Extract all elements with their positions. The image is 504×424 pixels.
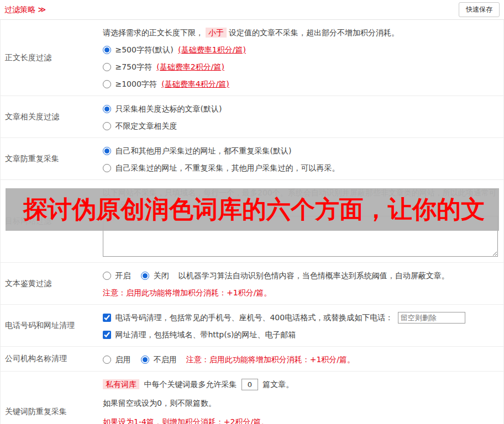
url-cleanup-checkbox[interactable] <box>103 331 111 339</box>
row-label-keyword-dedup: 关键词防重复采集 <box>1 372 98 424</box>
max-articles-input[interactable] <box>242 379 258 390</box>
keyword-limit-pre: 中每个关键词最多允许采集 <box>144 380 237 389</box>
length-intro-post: 设定值的文章不采集，超出部分不增加积分消耗。 <box>229 28 399 37</box>
company-option-radio-on[interactable] <box>103 356 111 364</box>
company-option-label: 不启用 <box>154 355 177 364</box>
porn-option-row: 开启 关闭 以机器学习算法自动识别色情内容，当色情概率达到系统阈值，自动屏蔽文章… <box>103 269 498 282</box>
porn-filter-content: 开启 关闭 以机器学习算法自动识别色情内容，当色情概率达到系统阈值，自动屏蔽文章… <box>98 263 503 304</box>
relevance-option-row: 只采集相关度达标的文章(默认) <box>103 103 498 115</box>
company-cleanup-content: 启用 不启用 注意：启用此功能将增加积分消耗：+1积分/篇。 <box>98 347 503 371</box>
relevance-filter-content: 只采集相关度达标的文章(默认) 不限定文章相关度 <box>98 96 503 137</box>
length-option-label: ≥500字符(默认) <box>115 45 173 54</box>
length-option-radio-500[interactable] <box>103 46 111 54</box>
length-option-label: ≥1000字符 <box>115 80 156 88</box>
row-label-relevance-filter: 文章相关度过滤 <box>1 96 98 137</box>
row-porn-filter: 文本鉴黄过滤 开启 关闭 以机器学习算法自动识别色情内容，当色情概率达到系统阈值… <box>1 263 503 305</box>
company-option-row: 启用 不启用 注意：启用此功能将增加积分消耗：+1积分/篇。 <box>103 353 498 365</box>
row-length-filter: 正文长度过滤 请选择需求的正文长度下限，小于设定值的文章不采集，超出部分不增加积… <box>1 20 503 96</box>
company-option-radio-off[interactable] <box>141 356 149 364</box>
length-option-label: ≥750字符 <box>115 62 151 71</box>
relevance-option-radio-strict[interactable] <box>103 105 111 113</box>
row-label-company-cleanup: 公司机构名称清理 <box>1 347 98 371</box>
private-thesaurus-highlight: 私有词库 <box>103 379 139 389</box>
company-cleanup-note: 注意：启用此功能将增加积分消耗：+1积分/篇。 <box>186 355 355 364</box>
url-cleanup-row: 网址清理，包括纯域名、带http(s)的网址、电子邮箱 <box>103 328 498 341</box>
relevance-option-row: 不限定文章相关度 <box>103 120 498 132</box>
length-option-rate-note: (基础费率2积分/篇) <box>156 62 224 71</box>
url-cleanup-label: 网址清理，包括纯域名、带http(s)的网址、电子邮箱 <box>115 330 296 339</box>
length-option-radio-1000[interactable] <box>103 80 111 88</box>
dedup-option-row: 自己采集过的网址，不重复采集，其他用户采集过的，可以再采。 <box>103 162 498 174</box>
toolbar: 过滤策略 ≫ 快速保存 <box>0 0 504 20</box>
company-option-label: 启用 <box>115 355 130 364</box>
phone-url-content: 电话号码清理，包括常见的手机号、座机号、400电话格式，或替换成如下电话： 网址… <box>98 305 503 346</box>
relevance-option-label: 只采集相关度达标的文章(默认) <box>115 104 222 113</box>
porn-filter-note: 注意：启用此功能将增加积分消耗：+1积分/篇。 <box>103 287 498 299</box>
row-label-dedup-filter: 文章防重复采集 <box>1 138 98 179</box>
dedup-option-label: 自己和其他用户采集过的网址，都不重复采集(默认) <box>115 146 291 155</box>
dedup-option-radio-global[interactable] <box>103 147 111 155</box>
phone-cleanup-checkbox[interactable] <box>103 314 111 322</box>
replacement-phone-input[interactable] <box>398 312 465 324</box>
porn-option-radio-on[interactable] <box>103 272 111 280</box>
filter-strategy-title[interactable]: 过滤策略 ≫ <box>4 5 46 15</box>
length-filter-intro: 请选择需求的正文长度下限，小于设定值的文章不采集，超出部分不增加积分消耗。 <box>103 26 498 39</box>
watermark-overlay: 探讨伪原创润色词库的六个方面，让你的文 <box>6 188 499 231</box>
row-label-phone-url-cleanup: 电话号码和网址清理 <box>1 305 98 346</box>
less-than-highlight: 小于 <box>206 28 227 38</box>
length-option-rate-note: (基础费率4积分/篇) <box>161 80 229 88</box>
porn-option-label: 关闭 <box>154 271 169 280</box>
keyword-limit-post: 篇文章。 <box>262 380 293 389</box>
length-filter-content: 请选择需求的正文长度下限，小于设定值的文章不采集，超出部分不增加积分消耗。 ≥5… <box>98 20 503 96</box>
relevance-option-radio-any[interactable] <box>103 122 111 130</box>
dedup-option-label: 自己采集过的网址，不重复采集，其他用户采集过的，可以再采。 <box>115 163 339 172</box>
length-option-row: ≥750字符 (基础费率2积分/篇) <box>103 61 498 73</box>
length-option-row: ≥500字符(默认) (基础费率1积分/篇) <box>103 44 498 56</box>
quick-save-button[interactable]: 快速保存 <box>459 2 500 17</box>
row-phone-url-cleanup: 电话号码和网址清理 电话号码清理，包括常见的手机号、座机号、400电话格式，或替… <box>1 305 503 347</box>
porn-filter-description: 以机器学习算法自动识别色情内容，当色情概率达到系统阈值，自动屏蔽文章。 <box>179 271 449 280</box>
relevance-option-label: 不限定文章相关度 <box>115 121 177 130</box>
keyword-dedup-content: 私有词库 中每个关键词最多允许采集 篇文章。 如果留空或设为0，则不限篇数。 如… <box>98 372 503 424</box>
length-option-radio-750[interactable] <box>103 63 111 71</box>
keyword-note-cost: 如果设为1-4篇，则增加积分消耗：+2积分/篇。 <box>103 416 498 424</box>
row-relevance-filter: 文章相关度过滤 只采集相关度达标的文章(默认) 不限定文章相关度 <box>1 96 503 138</box>
row-keyword-dedup: 关键词防重复采集 私有词库 中每个关键词最多允许采集 篇文章。 如果留空或设为0… <box>1 372 503 424</box>
dedup-filter-content: 自己和其他用户采集过的网址，都不重复采集(默认) 自己采集过的网址，不重复采集，… <box>98 138 503 179</box>
keyword-limit-row: 私有词库 中每个关键词最多允许采集 篇文章。 <box>103 378 498 390</box>
phone-cleanup-label: 电话号码清理，包括常见的手机号、座机号、400电话格式，或替换成如下电话： <box>115 313 393 322</box>
porn-option-radio-off[interactable] <box>141 272 149 280</box>
length-option-row: ≥1000字符 (基础费率4积分/篇) <box>103 78 498 90</box>
row-label-length-filter: 正文长度过滤 <box>1 20 98 96</box>
dedup-option-radio-self[interactable] <box>103 164 111 172</box>
dedup-option-row: 自己和其他用户采集过的网址，都不重复采集(默认) <box>103 145 498 157</box>
length-intro-pre: 请选择需求的正文长度下限， <box>103 28 203 37</box>
row-company-cleanup: 公司机构名称清理 启用 不启用 注意：启用此功能将增加积分消耗：+1积分/篇。 <box>1 347 503 372</box>
length-option-rate-note: (基础费率1积分/篇) <box>178 45 246 54</box>
row-dedup-filter: 文章防重复采集 自己和其他用户采集过的网址，都不重复采集(默认) 自己采集过的网… <box>1 138 503 180</box>
row-label-porn-filter: 文本鉴黄过滤 <box>1 263 98 304</box>
keyword-note-unlimited: 如果留空或设为0，则不限篇数。 <box>103 397 498 409</box>
phone-cleanup-row: 电话号码清理，包括常见的手机号、座机号、400电话格式，或替换成如下电话： <box>103 311 498 324</box>
porn-option-label: 开启 <box>115 271 130 280</box>
